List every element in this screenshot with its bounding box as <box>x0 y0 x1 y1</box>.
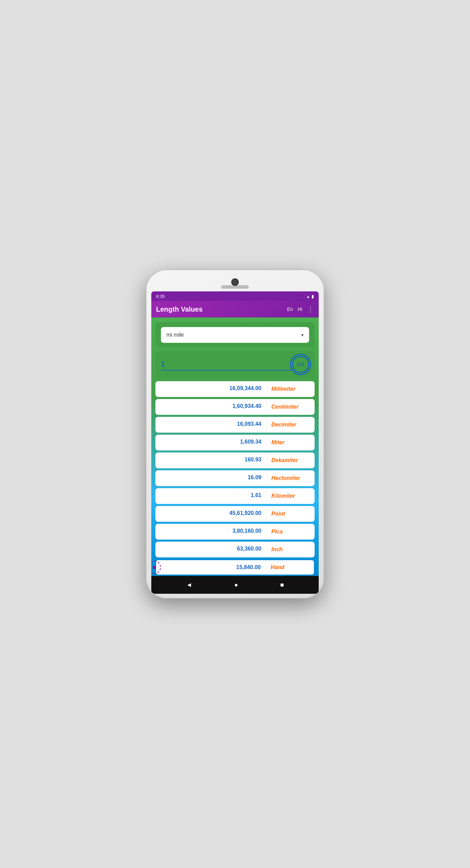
result-unit-centimiter: Centimiter <box>267 399 315 415</box>
result-unit-pica: Pica <box>267 524 315 540</box>
result-unit-inch: Inch <box>267 542 315 557</box>
input-container: GO <box>155 351 315 378</box>
result-unit-miter: Miter <box>267 435 315 450</box>
result-unit-kilomiter: Kilomiter <box>267 488 315 504</box>
value-input[interactable] <box>161 358 292 371</box>
unit-dropdown[interactable]: mi mile ▾ <box>161 327 309 343</box>
result-value-pica: 3,80,160.00 <box>155 524 267 540</box>
result-value-hand: 15,840.00 <box>156 560 266 575</box>
phone-top <box>151 276 319 289</box>
result-unit-hectomiter: Hectomiter <box>267 470 315 486</box>
result-value-dekamiter: 160.93 <box>155 453 267 468</box>
result-row-hand[interactable]: 15,840.00 Hand <box>155 559 315 575</box>
home-button[interactable]: ● <box>234 581 238 589</box>
result-row-hectomiter[interactable]: 16.09 Hectomiter <box>155 470 315 486</box>
result-value-decimiter: 16,093.44 <box>155 417 267 433</box>
result-unit-decimiter: Decimiter <box>267 417 315 433</box>
wifi-icon: ▴ <box>307 294 309 299</box>
result-unit-point: Point <box>267 506 315 522</box>
status-bar: 6:35 ▴ ▮ <box>151 291 319 301</box>
result-value-centimiter: 1,60,934.40 <box>155 399 267 415</box>
app-bar: Length Values En Hi ⋮ <box>151 301 319 317</box>
result-value-kilomiter: 1.61 <box>155 488 267 504</box>
nav-bar: ◄ ● ■ <box>151 576 319 594</box>
lang-hi-button[interactable]: Hi <box>298 306 302 312</box>
result-row-miter[interactable]: 1,609.34 Miter <box>155 435 315 450</box>
touch-dot <box>153 566 156 569</box>
result-unit-millimiter: Millimiter <box>267 381 315 397</box>
result-row-point[interactable]: 45,61,920.00 Point <box>155 506 315 522</box>
results-container: 16,09,344.00 Millimiter 1,60,934.40 Cent… <box>155 381 315 575</box>
result-row-inch[interactable]: 63,360.00 Inch <box>155 542 315 557</box>
lang-en-button[interactable]: En <box>287 306 293 312</box>
result-unit-dekamiter: Dekamiter <box>267 453 315 468</box>
recent-button[interactable]: ■ <box>280 581 284 589</box>
result-row-kilomiter[interactable]: 1.61 Kilomiter <box>155 488 315 504</box>
result-value-inch: 63,360.00 <box>155 542 267 557</box>
battery-icon: ▮ <box>312 294 314 299</box>
back-button[interactable]: ◄ <box>186 581 192 589</box>
app-title: Length Values <box>156 305 203 313</box>
dropdown-arrow-icon: ▾ <box>301 332 304 338</box>
status-icons: ▴ ▮ <box>307 294 314 299</box>
result-value-miter: 1,609.34 <box>155 435 267 450</box>
result-value-hectomiter: 16.09 <box>155 470 267 486</box>
result-row-millimiter[interactable]: 16,09,344.00 Millimiter <box>155 381 315 397</box>
phone-frame: 6:35 ▴ ▮ Length Values En Hi ⋮ mi mile ▾ <box>146 269 324 599</box>
result-value-point: 45,61,920.00 <box>155 506 267 522</box>
camera <box>231 278 239 286</box>
dropdown-selected-value: mi mile <box>166 332 184 338</box>
dropdown-container: mi mile ▾ <box>155 322 315 348</box>
go-button[interactable]: GO <box>292 356 309 373</box>
result-row-decimiter[interactable]: 16,093.44 Decimiter <box>155 417 315 433</box>
result-unit-hand: Hand <box>266 560 314 575</box>
status-time: 6:35 <box>156 294 165 299</box>
main-content: mi mile ▾ GO 16,09,344.00 Millimiter 1,6… <box>151 317 319 576</box>
result-value-millimiter: 16,09,344.00 <box>155 381 267 397</box>
more-options-button[interactable]: ⋮ <box>307 305 314 313</box>
screen: 6:35 ▴ ▮ Length Values En Hi ⋮ mi mile ▾ <box>151 291 319 594</box>
result-row-dekamiter[interactable]: 160.93 Dekamiter <box>155 453 315 468</box>
result-row-centimiter[interactable]: 1,60,934.40 Centimiter <box>155 399 315 415</box>
app-bar-actions: En Hi ⋮ <box>287 305 314 313</box>
result-row-pica[interactable]: 3,80,160.00 Pica <box>155 524 315 540</box>
